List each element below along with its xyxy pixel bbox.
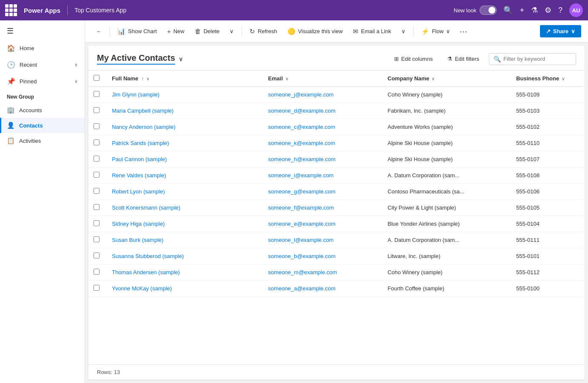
- contact-name-link[interactable]: Patrick Sands (sample): [112, 140, 169, 146]
- row-checkbox[interactable]: [94, 172, 99, 178]
- row-name-cell: Rene Valdes (sample): [107, 167, 263, 184]
- settings-icon[interactable]: ⚙: [545, 6, 551, 15]
- table-row: Rene Valdes (sample) someone_i@example.c…: [88, 167, 585, 184]
- contact-name-link[interactable]: Sidney Higa (sample): [112, 221, 165, 227]
- contact-name-link[interactable]: Jim Glynn (sample): [112, 91, 159, 98]
- contact-name-link[interactable]: Yvonne McKay (sample): [112, 285, 172, 292]
- waffle-menu[interactable]: [5, 4, 17, 16]
- pinned-icon: 📌: [7, 77, 15, 85]
- col-header-fullname[interactable]: Full Name ↑ ∨: [107, 71, 263, 87]
- contact-name-link[interactable]: Maria Campbell (sample): [112, 108, 173, 114]
- back-icon: ←: [96, 28, 102, 34]
- refresh-label: Refresh: [258, 28, 277, 34]
- email-dropdown-button[interactable]: ∨: [397, 26, 410, 37]
- filter-input[interactable]: [503, 56, 571, 62]
- filter-icon[interactable]: ⚗: [531, 6, 538, 15]
- contact-name-link[interactable]: Scott Konersmann (sample): [112, 204, 180, 211]
- contact-name-link[interactable]: Thomas Andersen (sample): [112, 269, 180, 275]
- sidebar-item-contacts[interactable]: 👤 Contacts: [0, 118, 85, 133]
- row-company-cell: Alpine Ski House (sample): [383, 151, 511, 167]
- email-link-button[interactable]: ✉ Email a Link: [349, 25, 395, 38]
- delete-button[interactable]: 🗑 Delete: [190, 25, 224, 37]
- add-icon[interactable]: +: [520, 6, 524, 15]
- table-row: Robert Lyon (sample) someone_g@example.c…: [88, 184, 585, 200]
- flow-button[interactable]: ⚡ Flow ∨: [417, 25, 454, 38]
- row-name-cell: Susan Burk (sample): [107, 232, 263, 248]
- contact-name-link[interactable]: Nancy Anderson (sample): [112, 124, 176, 130]
- help-icon[interactable]: ?: [558, 6, 562, 15]
- show-chart-button[interactable]: 📊 Show Chart: [113, 25, 161, 38]
- content-area: ← 📊 Show Chart + New 🗑 Delete ∨ ↻ Refres…: [85, 20, 588, 383]
- row-checkbox[interactable]: [94, 139, 99, 145]
- refresh-button[interactable]: ↻ Refresh: [245, 25, 281, 38]
- accounts-icon: 🏢: [7, 106, 15, 114]
- refresh-icon: ↻: [250, 28, 255, 35]
- contact-name-link[interactable]: Susan Burk (sample): [112, 237, 163, 243]
- contact-name-link[interactable]: Rene Valdes (sample): [112, 172, 166, 179]
- table-row: Susanna Stubberod (sample) someone_b@exa…: [88, 248, 585, 264]
- row-email-cell: someone_c@example.com: [263, 119, 383, 135]
- contacts-label: Contacts: [19, 122, 43, 129]
- visualize-button[interactable]: 🟡 Visualize this view: [283, 25, 347, 38]
- row-checkbox[interactable]: [94, 123, 99, 129]
- row-checkbox[interactable]: [94, 107, 99, 113]
- delete-dropdown-button[interactable]: ∨: [225, 26, 238, 37]
- edit-columns-button[interactable]: ⊞ Edit columns: [389, 53, 437, 65]
- table-row: Sidney Higa (sample) someone_e@example.c…: [88, 216, 585, 232]
- col-header-email[interactable]: Email ∨: [263, 71, 383, 87]
- back-button[interactable]: ←: [92, 26, 106, 37]
- edit-filters-button[interactable]: ⚗ Edit filters: [443, 53, 484, 65]
- sort-asc-icon: ↑: [142, 76, 144, 81]
- row-email-cell: someone_j@example.com: [263, 87, 383, 103]
- new-look-toggle[interactable]: New look: [454, 6, 497, 15]
- view-title-container: My Active Contacts ∨: [97, 53, 183, 65]
- sidebar-item-recent[interactable]: 🕒 Recent ∨: [0, 57, 85, 73]
- share-button[interactable]: ↗ Share ∨: [540, 25, 581, 37]
- fullname-sort-chevron-icon: ∨: [146, 77, 149, 81]
- col-header-phone[interactable]: Business Phone ∨: [511, 71, 585, 87]
- view-title-chevron-icon[interactable]: ∨: [179, 56, 183, 62]
- row-checkbox[interactable]: [94, 236, 99, 242]
- new-look-switch[interactable]: [480, 6, 497, 15]
- row-checkbox-cell: [88, 200, 107, 216]
- col-company-label: Company Name: [388, 75, 429, 82]
- edit-filters-label: Edit filters: [455, 56, 479, 62]
- row-name-cell: Patrick Sands (sample): [107, 135, 263, 151]
- row-checkbox[interactable]: [94, 204, 99, 210]
- phone-sort-chevron-icon: ∨: [562, 77, 565, 81]
- row-checkbox[interactable]: [94, 269, 99, 275]
- row-checkbox[interactable]: [94, 252, 99, 258]
- row-phone-cell: 555-0108: [511, 167, 585, 184]
- sidebar-item-accounts[interactable]: 🏢 Accounts: [0, 102, 85, 118]
- contact-name-link[interactable]: Susanna Stubberod (sample): [112, 253, 184, 259]
- avatar[interactable]: AU: [569, 3, 583, 17]
- contacts-icon: 👤: [7, 122, 15, 129]
- sidebar-toggle[interactable]: ☰: [0, 22, 85, 40]
- contact-name-link[interactable]: Robert Lyon (sample): [112, 188, 165, 195]
- row-checkbox[interactable]: [94, 220, 99, 226]
- delete-label: Delete: [204, 28, 220, 34]
- flow-label: Flow: [432, 28, 443, 34]
- contact-name-link[interactable]: Paul Cannon (sample): [112, 156, 167, 162]
- row-name-cell: Susanna Stubberod (sample): [107, 248, 263, 264]
- new-button[interactable]: + New: [163, 25, 189, 37]
- row-checkbox[interactable]: [94, 188, 99, 194]
- edit-columns-icon: ⊞: [394, 56, 399, 62]
- select-all-checkbox[interactable]: [94, 75, 99, 81]
- more-button[interactable]: ⋯: [456, 24, 471, 39]
- search-icon[interactable]: 🔍: [503, 6, 513, 15]
- new-icon: +: [167, 28, 171, 35]
- filter-input-wrap[interactable]: 🔍: [489, 53, 576, 65]
- col-header-company[interactable]: Company Name ∨: [383, 71, 511, 87]
- row-checkbox[interactable]: [94, 156, 99, 162]
- row-checkbox[interactable]: [94, 285, 99, 291]
- share-chevron-icon: ∨: [571, 28, 575, 34]
- sidebar-item-pinned[interactable]: 📌 Pinned ∨: [0, 73, 85, 90]
- sidebar-item-activities[interactable]: 📋 Activities: [0, 133, 85, 148]
- activities-label: Activities: [19, 138, 41, 144]
- row-count: Rows: 13: [97, 369, 120, 375]
- toolbar-divider-1: [109, 26, 110, 37]
- row-email-cell: someone_h@example.com: [263, 151, 383, 167]
- row-checkbox[interactable]: [94, 91, 99, 97]
- sidebar-item-home[interactable]: 🏠 Home: [0, 40, 85, 57]
